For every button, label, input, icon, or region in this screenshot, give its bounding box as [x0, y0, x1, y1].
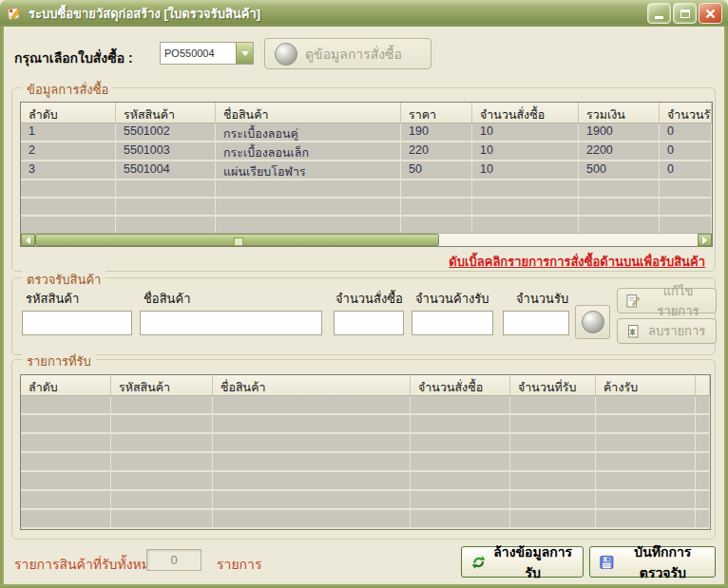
empty-row — [21, 396, 710, 415]
window-controls — [647, 3, 722, 24]
app-window: ระบบซื้อขายวัสดุก่อสร้าง [ใบตรวจรับสินค้… — [0, 0, 728, 588]
order-qty-label: จำนวนสั่งซื้อ — [335, 289, 403, 309]
minimize-button[interactable] — [647, 3, 671, 24]
refresh-arrows-icon — [471, 554, 486, 571]
pending-qty-label: จำนวนค้างรับ — [415, 289, 489, 309]
order-col-qty[interactable]: จำนวนสั่งซื้อ — [472, 103, 579, 123]
edit-item-button-label: แก้ไขรายการ — [648, 281, 708, 321]
cell-received: 0 — [660, 142, 712, 160]
cell-name: กระเบื้องลอนคู่ — [216, 123, 401, 141]
received-col-no[interactable]: ลำดับ — [21, 375, 111, 395]
cell-code: 5501002 — [116, 123, 216, 141]
order-table: ลำดับ รหัสสินค้า ชื่อสินค้า ราคา จำนวนสั… — [20, 102, 713, 247]
save-inspection-button[interactable]: บันทึกการตรวจรับ — [589, 546, 716, 578]
received-count-value: 0 — [170, 553, 177, 567]
window-title: ระบบซื้อขายวัสดุก่อสร้าง [ใบตรวจรับสินค้… — [29, 4, 260, 24]
save-inspection-button-label: บันทึกการตรวจรับ — [621, 541, 705, 583]
received-col-code[interactable]: รหัสสินค้า — [111, 375, 213, 395]
order-col-total[interactable]: รวมเงิน — [579, 103, 660, 123]
code-field[interactable] — [22, 311, 132, 335]
minimize-icon — [655, 16, 663, 19]
order-table-row[interactable]: 1 5501002 กระเบื้องลอนคู่ 190 10 1900 0 — [21, 123, 712, 142]
titlebar: ระบบซื้อขายวัสดุก่อสร้าง [ใบตรวจรับสินค้… — [0, 0, 728, 27]
order-table-empty-rows — [21, 180, 712, 235]
receive-qty-label: จำนวนรับ — [516, 289, 568, 309]
delete-item-button[interactable]: ลบรายการ — [617, 318, 717, 344]
order-col-code[interactable]: รหัสสินค้า — [116, 103, 216, 123]
order-qty-field[interactable] — [334, 311, 404, 335]
note-pencil-icon — [6, 5, 23, 22]
cell-price: 190 — [401, 123, 472, 141]
delete-item-button-label: ลบรายการ — [648, 321, 705, 341]
pending-qty-field[interactable] — [412, 311, 493, 335]
received-col-received-qty[interactable]: จำนวนที่รับ — [510, 375, 596, 395]
cell-code: 5501004 — [116, 161, 216, 179]
cell-qty: 10 — [472, 161, 579, 179]
window-border-right — [724, 27, 728, 588]
cell-price: 50 — [401, 161, 472, 179]
empty-row — [21, 510, 710, 529]
name-label: ชื่อสินค้า — [144, 289, 190, 309]
delete-page-icon — [625, 324, 641, 339]
close-button[interactable] — [699, 3, 722, 24]
close-icon — [705, 9, 716, 19]
order-table-row[interactable]: 2 5501003 กระเบื้องลอนเล็ก 220 10 2200 0 — [21, 142, 712, 161]
received-col-order-qty[interactable]: จำนวนสั่งซื้อ — [411, 375, 510, 395]
empty-row — [21, 415, 710, 434]
cell-price: 220 — [401, 142, 472, 160]
received-col-extra — [696, 375, 710, 395]
cell-total: 2200 — [579, 142, 660, 160]
arrow-left-icon — [26, 237, 30, 244]
form-content: กรุณาเลือกใบสั่งซื้อ : PO550004 ดูข้อมูล… — [4, 27, 724, 584]
order-col-price[interactable]: ราคา — [401, 103, 472, 123]
arrow-right-icon — [702, 237, 707, 244]
cell-code: 5501003 — [116, 142, 216, 160]
receive-hint-link[interactable]: ดับเบิ้ลคลิกรายการการสั่งซื้อด้านบนเพื่อ… — [449, 252, 705, 272]
clear-receive-button[interactable]: ล้างข้อมูลการรับ — [461, 546, 584, 578]
scroll-right-arrow[interactable] — [698, 234, 712, 246]
received-items-group-title: รายการที่รับ — [22, 351, 96, 371]
order-col-name[interactable]: ชื่อสินค้า — [216, 103, 401, 123]
cell-no: 2 — [21, 142, 116, 160]
receive-group-title: ตรวจรับสินค้า — [22, 270, 105, 290]
receive-qty-field[interactable] — [503, 311, 569, 335]
cell-no: 1 — [21, 123, 116, 141]
cell-total: 500 — [579, 161, 660, 179]
scroll-left-arrow[interactable] — [21, 234, 35, 246]
received-col-pending[interactable]: ค้างรับ — [596, 375, 696, 395]
cell-qty: 10 — [472, 142, 579, 160]
po-combobox[interactable]: PO550004 — [160, 42, 254, 65]
order-table-row[interactable]: 3 5501004 แผ่นเรียบโอฬาร 50 10 500 0 — [21, 161, 712, 180]
order-col-no[interactable]: ลำดับ — [21, 103, 116, 123]
code-label: รหัสสินค้า — [26, 289, 79, 309]
edit-page-icon — [625, 294, 641, 309]
name-field[interactable] — [140, 311, 322, 335]
receive-lookup-button[interactable] — [575, 305, 610, 339]
sphere-magnifier-icon — [275, 43, 297, 66]
empty-row — [21, 491, 710, 510]
floppy-disk-icon — [600, 554, 614, 571]
summary-label: รายการสินค้าที่รับทั้งหมด — [14, 554, 159, 575]
sphere-magnifier-icon — [582, 311, 604, 333]
empty-row — [21, 199, 712, 217]
cell-name: แผ่นเรียบโอฬาร — [216, 161, 401, 179]
received-col-name[interactable]: ชื่อสินค้า — [213, 375, 411, 395]
cell-total: 1900 — [579, 123, 660, 141]
summary-unit-label: รายการ — [217, 554, 261, 575]
received-table: ลำดับ รหัสสินค้า ชื่อสินค้า จำนวนสั่งซื้… — [20, 374, 711, 530]
po-combobox-dropdown[interactable] — [236, 43, 253, 64]
received-items-group: รายการที่รับ ลำดับ รหัสสินค้า ชื่อสินค้า… — [11, 359, 716, 540]
scrollbar-thumb[interactable] — [35, 234, 439, 246]
view-order-button-label: ดูข้อมูลการสั่งซื้อ — [305, 44, 402, 65]
clear-receive-button-label: ล้างข้อมูลการรับ — [492, 541, 573, 583]
view-order-button[interactable]: ดูข้อมูลการสั่งซื้อ — [264, 38, 431, 69]
empty-row — [21, 434, 710, 453]
cell-qty: 10 — [472, 123, 579, 141]
po-combobox-value: PO550004 — [161, 43, 236, 64]
edit-item-button[interactable]: แก้ไขรายการ — [617, 288, 717, 313]
received-table-header: ลำดับ รหัสสินค้า ชื่อสินค้า จำนวนสั่งซื้… — [21, 375, 710, 396]
order-table-hscrollbar[interactable] — [21, 233, 712, 246]
maximize-button[interactable] — [673, 3, 697, 24]
empty-row — [21, 453, 710, 472]
order-col-received[interactable]: จำนวนรับ — [660, 103, 712, 123]
